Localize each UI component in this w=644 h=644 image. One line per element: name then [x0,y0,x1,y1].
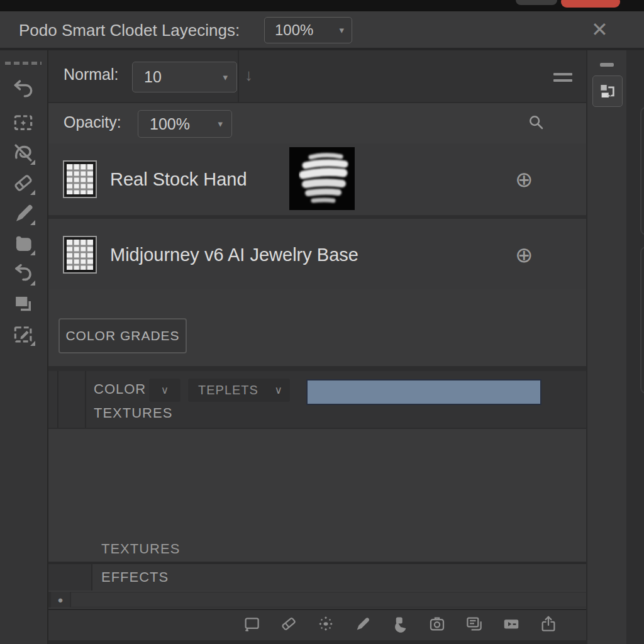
duplicate-icon[interactable] [11,292,35,316]
layer-name[interactable]: Midjourney v6 AI Jewelry Base [110,245,358,265]
blend-mode-value: 10 [144,68,162,86]
titlebar-gray-button[interactable] [516,0,557,5]
layers-panel-button[interactable] [592,75,623,107]
layer-name[interactable]: Real Stock Hand [110,169,247,190]
arrow-down-icon[interactable]: ↓ [245,65,253,85]
undo-icon[interactable] [11,77,35,101]
layer-grid-icon[interactable] [63,236,97,274]
clone-icon[interactable] [391,614,409,636]
dot-icon: ● [57,595,63,604]
red-titlebar-button[interactable] [561,0,620,8]
camera-icon[interactable] [428,614,447,636]
status-row: ● [48,592,586,608]
bottom-toolbar [48,609,586,641]
collapsed-panel-tab[interactable] [640,247,644,394]
collapsed-panel-tab[interactable] [640,107,644,235]
add-effect-icon[interactable]: ⊕ [515,242,533,267]
zoom-dropdown[interactable]: 100% ▾ [264,17,352,43]
close-icon[interactable]: ✕ [591,18,608,42]
zoom-value: 100% [275,21,313,39]
status-cell[interactable]: ● [51,592,70,608]
eraser-icon[interactable] [11,171,35,195]
lasso-disabled-icon[interactable] [11,141,35,165]
textures-section-label[interactable]: TEXTURES [101,541,180,557]
flyout-indicator [30,341,35,346]
teplets-label: TEPLETS [198,383,258,397]
search-icon[interactable] [526,113,545,134]
blend-mode-row: Normal: 10 ▾ ↓ [48,50,586,103]
blend-mode-dropdown[interactable]: 10 ▾ [132,62,237,92]
effects-section-label: EFFECTS [101,569,169,586]
app-window: Podo Smart Clodet Layecings: 100% ▾ ✕ [0,0,644,644]
panel-dock [586,50,626,644]
panel-menu-icon[interactable] [553,73,572,86]
brush-icon[interactable] [353,614,372,636]
opacity-row: Opacity: 100% ▾ [48,103,586,145]
gutter-cell [48,564,92,591]
color-swatch[interactable] [306,379,541,405]
sidebar-drag-handle[interactable] [5,62,42,65]
color-options-row: COLOR ∨ TEPLETS ∨ TEXTURES [48,371,586,429]
history-icon[interactable] [11,262,35,286]
chevron-down-icon: ∨ [275,384,282,397]
color-grades-button[interactable]: COLOR GRADES [58,318,187,353]
collapsed-panel-column [626,50,644,644]
opacity-dropdown[interactable]: 100% ▾ [138,110,232,138]
shape-icon[interactable] [11,231,35,255]
status-strip [71,592,586,607]
flyout-indicator [30,220,35,225]
tool-sidebar [0,50,48,644]
dialog-title: Podo Smart Clodet Layecings: [19,21,240,40]
layers-panel-icon [598,82,617,101]
chevron-down-icon: ∨ [161,384,169,397]
pen-icon[interactable] [11,201,35,225]
textures-label: TEXTURES [94,405,172,421]
chevron-down-icon: ▾ [223,72,228,83]
flyout-indicator [30,280,35,286]
dialog-header: Podo Smart Clodet Layecings: 100% ▾ ✕ [0,11,644,50]
layer-thumbnail[interactable] [289,147,355,210]
chevron-down-icon: ▾ [218,118,223,130]
color-dropdown[interactable]: ∨ [149,379,180,402]
gutter-cell [58,371,86,428]
dock-handle[interactable] [600,63,614,67]
color-label: COLOR [94,381,146,397]
share-icon[interactable] [539,614,558,636]
titlebar [0,0,644,11]
flyout-indicator [30,160,35,165]
artboard-icon[interactable] [242,614,261,636]
blend-mode-label: Normal: [64,65,119,84]
teplets-dropdown[interactable]: TEPLETS ∨ [188,379,290,402]
layer-grid-icon[interactable] [63,160,97,198]
layers-panel: Normal: 10 ▾ ↓ Opacity: 100% ▾ [48,50,586,644]
edit-frame-icon[interactable] [11,322,35,346]
gutter-cell [48,371,58,428]
eraser-icon[interactable] [279,614,298,636]
color-grades-section: COLOR GRADES [48,289,586,371]
opacity-value: 100% [150,115,190,133]
flyout-indicator [30,190,35,195]
video-icon[interactable] [502,614,521,636]
panel-bottom-edge [48,640,586,644]
add-effect-icon[interactable]: ⊕ [515,167,533,192]
layer-row[interactable]: Real Stock Hand ⊕ [48,143,586,219]
selection-frame-icon[interactable] [11,111,35,135]
sparkle-icon[interactable] [316,614,335,636]
layer-row[interactable]: Midjourney v6 AI Jewelry Base ⊕ [48,219,586,293]
effects-row[interactable]: EFFECTS [48,564,586,591]
notes-icon[interactable] [465,614,484,636]
flyout-indicator [30,250,35,255]
chevron-down-icon: ▾ [339,25,344,36]
opacity-label: Opacity: [64,113,121,131]
